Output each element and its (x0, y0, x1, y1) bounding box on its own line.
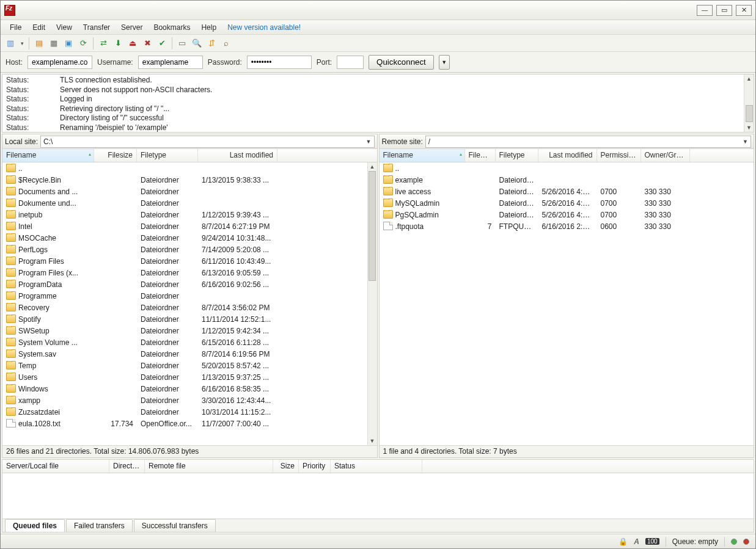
list-item[interactable]: .ftpquota7FTPQUOT...6/16/2016 2:49:...06… (380, 220, 744, 232)
column-status[interactable]: Status (331, 460, 422, 473)
menu-item-file[interactable]: File (4, 21, 27, 34)
column-filesize[interactable]: Filesize (94, 149, 137, 162)
list-item[interactable]: Program Files (x...Dateiordner6/13/2016 … (2, 267, 367, 278)
column-last-modified[interactable]: Last modified (538, 149, 597, 162)
list-item[interactable]: Dokumente und...Dateiordner (2, 197, 367, 209)
remote-path-value: / (428, 137, 430, 146)
menu-item-help[interactable]: Help (196, 21, 222, 34)
list-item[interactable]: TempDateiordner5/20/2015 8:57:42 ... (2, 360, 367, 371)
column-priority[interactable]: Priority (299, 460, 331, 473)
file-icon (6, 419, 16, 427)
list-item[interactable]: ZuzsatzdateiDateiordner10/31/2014 11:15:… (2, 406, 367, 418)
column-filesize[interactable]: Filesize (465, 149, 496, 162)
column-direction[interactable]: Direction (109, 460, 145, 473)
remote-path-select[interactable]: / ▼ (425, 136, 751, 148)
local-scrollbar[interactable]: ▲▼ (367, 162, 377, 445)
filename-label: eula.1028.txt (18, 420, 61, 428)
cell-name: Recovery (2, 303, 94, 312)
column-filetype[interactable]: Filetype (496, 149, 538, 162)
chevron-down-icon: ▼ (366, 139, 372, 145)
close-button[interactable] (736, 5, 752, 16)
column-filename[interactable]: Filename▴ (2, 149, 94, 162)
port-input[interactable] (337, 56, 364, 69)
column-permissions[interactable]: Permissions (597, 149, 641, 162)
cell-type: Dateiordner (137, 176, 198, 184)
list-item[interactable]: RecoveryDateiordner8/7/2014 3:56:02 PM (2, 302, 367, 313)
binoculars-icon[interactable]: ⌕ (220, 37, 232, 49)
toggle-tree-icon[interactable]: ▦ (48, 37, 60, 49)
list-item[interactable]: exampleDateiordner (380, 174, 744, 186)
list-item[interactable]: IntelDateiordner8/7/2014 6:27:19 PM (2, 220, 367, 232)
queue-columns: Server/Local fileDirectionRemote fileSiz… (2, 460, 754, 473)
speed-limit-icon[interactable]: 100 (645, 538, 659, 545)
cell-mod: 7/14/2009 5:20:08 ... (198, 245, 277, 254)
list-item[interactable]: PgSQLadminDateiordner5/26/2016 4:43:...0… (380, 209, 744, 220)
filter-icon[interactable]: ✔ (156, 37, 168, 49)
list-item[interactable]: ProgramDataDateiordner6/16/2016 9:02:56 … (2, 278, 367, 290)
list-item[interactable]: MySQLadminDateiordner5/26/2016 4:43:...0… (380, 197, 744, 209)
list-item[interactable]: SpotifyDateiordner11/11/2014 12:52:1... (2, 313, 367, 325)
menu-item-bookmarks[interactable]: Bookmarks (148, 21, 196, 34)
username-input[interactable] (138, 56, 203, 69)
column-filename[interactable]: Filename▴ (380, 149, 465, 162)
menu-item-edit[interactable]: Edit (27, 21, 51, 34)
list-item[interactable]: Documents and ...Dateiordner (2, 186, 367, 197)
list-item[interactable]: System Volume ...Dateiordner6/15/2016 6:… (2, 336, 367, 348)
column-remote-file[interactable]: Remote file (145, 460, 273, 473)
minimize-button[interactable] (697, 5, 713, 16)
list-item[interactable]: live accessDateiordner5/26/2016 4:43:...… (380, 186, 744, 197)
list-item[interactable]: System.savDateiordner8/7/2014 6:19:56 PM (2, 348, 367, 360)
compare-icon[interactable]: ▭ (176, 37, 188, 49)
quickconnect-dropdown[interactable]: ▼ (439, 55, 450, 70)
list-item[interactable]: $Recycle.BinDateiordner1/13/2015 9:38:33… (2, 174, 367, 186)
column-server-local-file[interactable]: Server/Local file (2, 460, 109, 473)
disconnect-icon[interactable]: ⏏ (127, 37, 139, 49)
list-item[interactable]: Program FilesDateiordner6/11/2016 10:43:… (2, 255, 367, 267)
local-path-select[interactable]: C:\ ▼ (40, 136, 374, 148)
list-item[interactable]: ProgrammeDateiordner (2, 290, 367, 302)
log-row: Status:Server does not support non-ASCII… (6, 85, 750, 95)
list-item[interactable]: .. (380, 162, 744, 174)
reconnect-icon[interactable]: ✖ (141, 37, 153, 49)
menu-item-server[interactable]: Server (116, 21, 148, 34)
process-queue-icon[interactable]: ⇄ (97, 37, 109, 49)
list-item[interactable]: eula.1028.txt17.734OpenOffice.or...11/7/… (2, 418, 367, 429)
sync-browsing-icon[interactable]: ⇵ (205, 37, 218, 49)
list-item[interactable]: PerfLogsDateiordner7/14/2009 5:20:08 ... (2, 244, 367, 255)
host-input[interactable] (28, 56, 92, 69)
log-message: Renaming '/beispiel' to '/example' (60, 123, 168, 133)
separator (666, 537, 666, 547)
password-input[interactable] (247, 56, 312, 69)
tab-successful-transfers[interactable]: Successful transfers (134, 519, 216, 532)
list-item[interactable]: inetpubDateiordner1/12/2015 9:39:43 ... (2, 209, 367, 220)
folder-icon (383, 175, 393, 184)
column-owner-gro-[interactable]: Owner/Gro... (641, 149, 690, 162)
tab-queued-files[interactable]: Queued files (5, 519, 65, 532)
folder-icon (6, 245, 16, 253)
tab-failed-transfers[interactable]: Failed transfers (66, 519, 133, 532)
refresh-icon[interactable]: ⟳ (77, 37, 89, 49)
menu-item-transfer[interactable]: Transfer (78, 21, 116, 34)
column-filetype[interactable]: Filetype (137, 149, 198, 162)
list-item[interactable]: WindowsDateiordner6/16/2016 8:58:35 ... (2, 383, 367, 394)
local-path-value: C:\ (43, 137, 53, 146)
list-item[interactable]: .. (2, 162, 367, 174)
menu-item-view[interactable]: View (51, 21, 78, 34)
cell-type: Dateiordner (137, 187, 198, 196)
list-item[interactable]: MSOCacheDateiordner9/24/2014 10:31:48... (2, 232, 367, 244)
cancel-icon[interactable]: ⬇ (112, 37, 124, 49)
list-item[interactable]: UsersDateiordner1/13/2015 9:37:25 ... (2, 371, 367, 383)
list-item[interactable]: SWSetupDateiordner1/12/2015 9:42:34 ... (2, 325, 367, 336)
column-last-modified[interactable]: Last modified (198, 149, 277, 162)
toggle-queue-icon[interactable]: ▣ (62, 37, 75, 49)
maximize-button[interactable] (716, 5, 732, 16)
column-size[interactable]: Size (273, 460, 299, 473)
server-manager-icon[interactable]: ▥ (4, 37, 17, 49)
list-item[interactable]: xamppDateiordner3/30/2016 12:43:44... (2, 394, 367, 406)
menu-item-new-version-available-[interactable]: New version available! (222, 21, 306, 34)
quickconnect-button[interactable]: Quickconnect (369, 55, 434, 70)
search-icon[interactable]: 🔍 (191, 37, 203, 49)
server-manager-dropdown[interactable]: ▾ (19, 40, 25, 46)
log-scrollbar[interactable]: ▲ ▼ (744, 75, 754, 132)
toggle-log-icon[interactable]: ▤ (33, 37, 45, 49)
